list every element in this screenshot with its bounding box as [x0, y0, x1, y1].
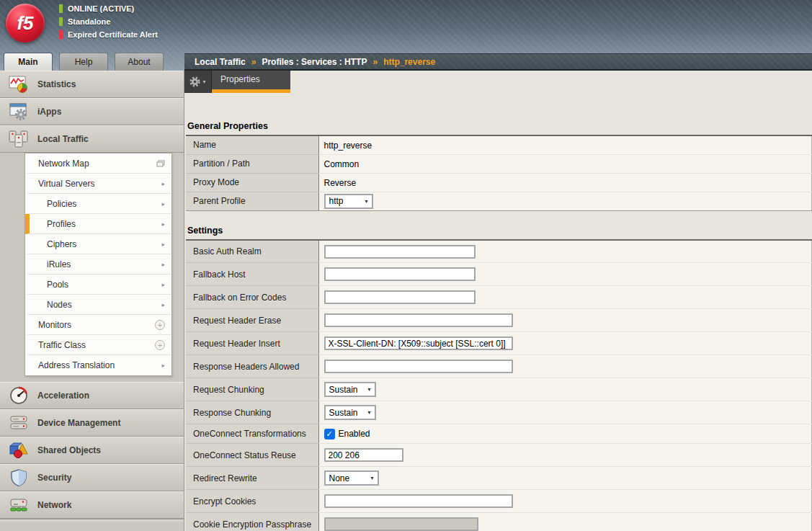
- request-header-insert-input[interactable]: [324, 336, 513, 350]
- property-row-response-headers-allowed: Response Headers Allowed: [186, 355, 812, 378]
- tab-help[interactable]: Help: [59, 53, 108, 71]
- sidebar-item-network[interactable]: Network: [0, 491, 184, 519]
- property-label: Name: [186, 135, 318, 154]
- sidebar-item-iapps[interactable]: iApps: [0, 98, 184, 125]
- tab-about[interactable]: About: [115, 53, 164, 71]
- property-row-redirect-rewrite: Redirect RewriteNone▾: [186, 467, 812, 490]
- sidebar-subitem-label: Network Map: [38, 159, 89, 169]
- acceleration-icon: [7, 385, 30, 406]
- sidebar-item-label: Network: [37, 500, 71, 510]
- property-value-cell: [318, 309, 812, 332]
- property-label: Response Headers Allowed: [186, 355, 318, 378]
- sidebar-subitem-label: Nodes: [47, 300, 72, 310]
- chevron-right-icon: ▸: [161, 281, 165, 288]
- property-row-request-chunking: Request ChunkingSustain▾: [186, 378, 812, 401]
- tab-main[interactable]: Main: [4, 53, 53, 71]
- property-value-cell: [318, 490, 812, 513]
- sidebar-item-label: Shared Objects: [37, 445, 101, 455]
- status-indicator-green: [59, 4, 63, 13]
- select-value: http: [329, 196, 344, 206]
- property-row-encrypt-cookies: Encrypt Cookies: [186, 490, 812, 513]
- sidebar-subitem-label: Traffic Class: [38, 340, 86, 350]
- settings-section: Settings Basic Auth RealmFallback HostFa…: [186, 226, 812, 531]
- nav-row: Main Help About Local Traffic » Profiles…: [0, 50, 812, 71]
- redirect-rewrite-select[interactable]: None▾: [324, 470, 379, 486]
- status-label: Expired Certificate Alert: [68, 30, 158, 39]
- property-row-cookie-encryption-passphrase: Cookie Encryption Passphrase: [186, 513, 812, 531]
- sidebar-item-shared-objects[interactable]: Shared Objects: [0, 437, 184, 464]
- chevron-down-icon: ▾: [365, 198, 367, 205]
- select-value: Sustain: [329, 408, 358, 418]
- property-value-cell: [318, 332, 812, 355]
- property-row-fallback-host: Fallback Host: [186, 263, 812, 286]
- request-header-erase-input[interactable]: [324, 313, 513, 327]
- nav-tabs: Main Help About: [0, 50, 184, 71]
- oneconnect-transformations-checkbox[interactable]: ✓: [324, 429, 335, 439]
- response-headers-allowed-input[interactable]: [324, 360, 513, 373]
- sidebar-item-security[interactable]: Security: [0, 464, 184, 491]
- property-row-basic-auth-realm: Basic Auth Realm: [186, 240, 812, 263]
- chevron-down-icon: ▾: [367, 409, 370, 416]
- chevron-right-icon: ▸: [161, 301, 165, 308]
- f5-logo[interactable]: f5: [6, 4, 45, 43]
- sidebar-subitem-policies[interactable]: Policies▸: [25, 194, 171, 214]
- sidebar-item-local-traffic[interactable]: Local Traffic: [0, 125, 184, 153]
- sidebar-subitem-nodes[interactable]: Nodes▸: [25, 295, 171, 315]
- fallback-host-input[interactable]: [324, 267, 476, 281]
- property-row-fallback-on-error-codes: Fallback on Error Codes: [186, 286, 812, 309]
- property-value-cell: Sustain▾: [318, 401, 812, 424]
- select-value: Sustain: [329, 385, 358, 395]
- fallback-on-error-codes-input[interactable]: [324, 290, 476, 304]
- property-value-cell: ✓Enabled: [318, 424, 812, 444]
- sidebar-subitem-label: Profiles: [47, 219, 76, 229]
- property-value-cell: [318, 240, 812, 263]
- encrypt-cookies-input[interactable]: [324, 494, 513, 508]
- tab-properties[interactable]: Properties: [212, 71, 290, 93]
- sidebar-item-label: Device Management: [37, 418, 120, 428]
- partition-path-value: Common: [324, 159, 360, 169]
- request-chunking-select[interactable]: Sustain▾: [324, 382, 376, 397]
- property-row-request-header-insert: Request Header Insert: [186, 332, 812, 355]
- sidebar-item-acceleration[interactable]: Acceleration: [0, 382, 184, 409]
- property-label: Fallback on Error Codes: [186, 286, 318, 309]
- sidebar-subitem-traffic-class[interactable]: Traffic Class+: [25, 335, 171, 355]
- oneconnect-status-reuse-input[interactable]: [324, 448, 403, 462]
- gear-menu-button[interactable]: ▾: [184, 71, 212, 93]
- status-indicator-red: [59, 30, 63, 39]
- sidebar-item-label: Acceleration: [37, 391, 89, 401]
- chevron-down-icon: ▾: [370, 475, 373, 481]
- chevron-right-icon: ▸: [161, 220, 165, 228]
- sidebar-subitem-network-map[interactable]: Network Map: [25, 153, 171, 174]
- property-value-cell: [318, 286, 812, 309]
- sidebar-subitem-ciphers[interactable]: Ciphers▸: [25, 234, 171, 254]
- section-title: General Properties: [187, 121, 812, 131]
- status-label: Standalone: [68, 17, 110, 26]
- plus-circle-icon: +: [155, 320, 165, 330]
- sidebar-item-label: iApps: [37, 107, 61, 117]
- cookie-encryption-passphrase-input: [324, 517, 478, 531]
- sidebar-subitem-label: iRules: [47, 259, 71, 269]
- sidebar-item-device-management[interactable]: Device Management: [0, 409, 184, 437]
- sidebar-item-label: Security: [37, 473, 71, 483]
- sidebar-subitem-monitors[interactable]: Monitors+: [25, 315, 171, 335]
- settings-table: Basic Auth RealmFallback HostFallback on…: [186, 239, 812, 531]
- sidebar-subitem-label: Ciphers: [47, 239, 76, 249]
- sidebar-subitem-pools[interactable]: Pools▸: [25, 275, 171, 295]
- basic-auth-realm-input[interactable]: [324, 245, 476, 259]
- sidebar-submenu-local-traffic: Network MapVirtual Servers▸Policies▸Prof…: [24, 153, 172, 376]
- sidebar-subitem-profiles[interactable]: Profiles▸: [25, 214, 171, 234]
- sidebar-item-statistics[interactable]: Statistics: [0, 71, 184, 98]
- sidebar-subitem-address-translation[interactable]: Address Translation▸: [25, 355, 171, 375]
- property-label: Cookie Encryption Passphrase: [186, 513, 318, 531]
- property-row-parent-profile: Parent Profilehttp▾: [186, 192, 812, 210]
- general-properties-table: Namehttp_reversePartition / PathCommonPr…: [186, 135, 812, 211]
- sidebar-subitem-label: Virtual Servers: [38, 179, 94, 189]
- property-value-cell: Common: [318, 154, 812, 173]
- property-value-cell: [318, 513, 812, 531]
- sidebar-subitem-irules[interactable]: iRules▸: [25, 254, 171, 275]
- property-value-cell: Sustain▾: [318, 378, 812, 401]
- parent-profile-select[interactable]: http▾: [324, 194, 373, 209]
- sidebar-subitem-virtual-servers[interactable]: Virtual Servers▸: [25, 174, 171, 194]
- response-chunking-select[interactable]: Sustain▾: [324, 405, 376, 420]
- property-value-cell: Reverse: [318, 173, 812, 192]
